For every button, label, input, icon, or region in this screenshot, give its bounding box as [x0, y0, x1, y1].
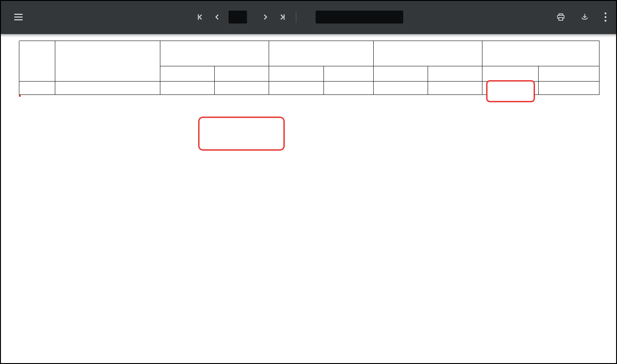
- page-zoom-controls: [194, 0, 415, 34]
- zoom-in-button[interactable]: [409, 16, 415, 18]
- header-credit: [539, 66, 599, 82]
- chevron-left-icon: [213, 13, 221, 21]
- header-credit: [324, 66, 374, 82]
- menu-button[interactable]: [12, 12, 25, 23]
- column-number: [428, 82, 482, 95]
- header-account-name: [55, 41, 160, 82]
- pdf-viewer-toolbar: [0, 0, 617, 34]
- highlight-box-accounts: [19, 95, 21, 97]
- column-number: [215, 82, 269, 95]
- more-options-button[interactable]: [602, 10, 609, 24]
- header-account-code: [19, 41, 55, 82]
- header-closing-balance: [482, 41, 599, 66]
- zoom-out-button[interactable]: [304, 16, 310, 18]
- header-debit: [482, 66, 539, 82]
- printer-icon: [556, 12, 565, 22]
- chevron-right-icon: [262, 13, 269, 21]
- zoom-level[interactable]: [316, 11, 403, 23]
- header-opening-balance: [160, 41, 269, 66]
- column-number: [324, 82, 374, 95]
- last-page-button[interactable]: [277, 12, 288, 23]
- download-button[interactable]: [578, 11, 591, 23]
- first-page-icon: [196, 13, 204, 21]
- column-number: [374, 82, 428, 95]
- column-number: [269, 82, 324, 95]
- highlight-box-balance: [19, 95, 21, 97]
- header-debit: [374, 66, 428, 82]
- print-button[interactable]: [554, 11, 567, 23]
- pdf-page: [19, 41, 599, 364]
- callout-balance: [486, 80, 535, 102]
- header-credit: [428, 66, 482, 82]
- next-page-button[interactable]: [260, 12, 271, 23]
- download-icon: [580, 12, 589, 22]
- page-number-input[interactable]: [229, 11, 247, 23]
- header-debit: [269, 66, 324, 82]
- header-debit: [160, 66, 215, 82]
- previous-page-button[interactable]: [212, 12, 223, 23]
- column-number: [539, 82, 599, 95]
- toolbar-divider: [296, 12, 296, 23]
- toolbar-left-section: [12, 0, 33, 34]
- column-number: [160, 82, 215, 95]
- kebab-menu-icon: [604, 12, 607, 22]
- hamburger-icon: [14, 13, 23, 21]
- column-letter: [55, 82, 160, 95]
- callout-accounts: [198, 117, 285, 151]
- last-page-icon: [279, 13, 286, 21]
- header-opening-adjustment: [269, 41, 374, 66]
- header-period-movement: [374, 41, 482, 66]
- header-credit: [215, 66, 269, 82]
- column-letter: [19, 82, 55, 95]
- toolbar-right-section: [554, 0, 609, 34]
- first-page-button[interactable]: [194, 12, 206, 23]
